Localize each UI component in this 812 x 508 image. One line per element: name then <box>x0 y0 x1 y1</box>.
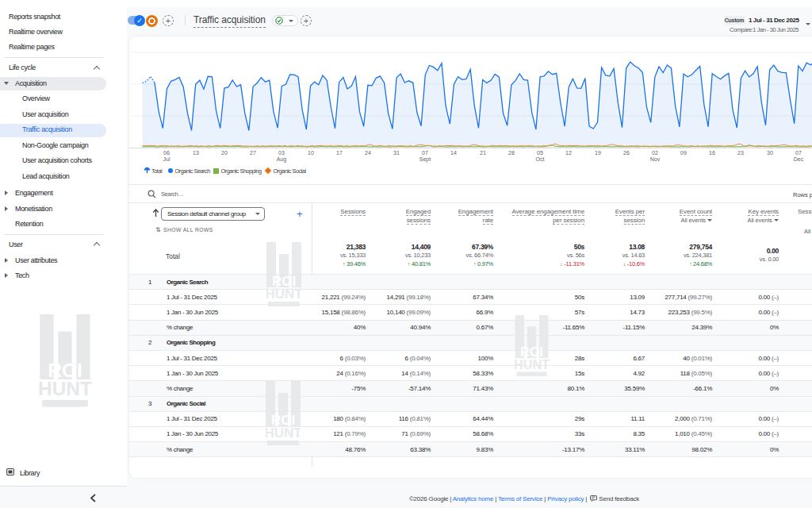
svg-text:HUNT: HUNT <box>38 378 92 399</box>
svg-text:HUNT: HUNT <box>266 287 301 302</box>
svg-text:HUNT: HUNT <box>266 425 301 441</box>
svg-text:HUNT: HUNT <box>514 357 550 371</box>
